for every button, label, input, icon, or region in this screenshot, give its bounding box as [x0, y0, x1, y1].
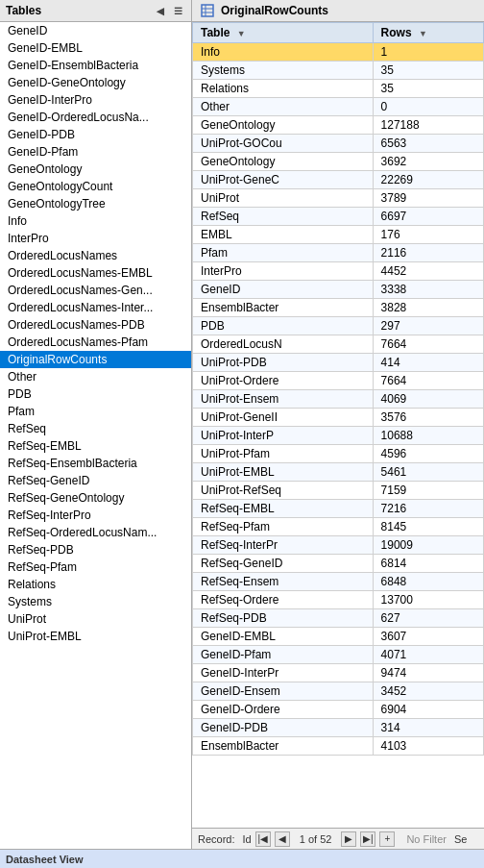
table-list-item[interactable]: Pfam [0, 403, 191, 420]
cell-rows: 8145 [373, 518, 483, 536]
table-row[interactable]: RefSeq-EMBL7216 [193, 500, 484, 518]
table-list-item[interactable]: RefSeq-EMBL [0, 437, 191, 455]
table-list-item[interactable]: Other [0, 368, 191, 385]
table-row[interactable]: UniProt-GeneC22269 [193, 171, 484, 189]
cell-table: GeneID-Pfam [193, 646, 374, 664]
table-list-item[interactable]: OrderedLocusNames-Gen... [0, 282, 191, 299]
table-row[interactable]: UniProt-Ensem4069 [193, 390, 484, 409]
nav-first-btn[interactable]: |◀ [255, 831, 271, 847]
table-row[interactable]: Systems35 [193, 62, 484, 80]
table-row[interactable]: GeneID-InterPr9474 [193, 664, 484, 682]
table-row[interactable]: OrderedLocusN7664 [193, 335, 484, 354]
nav-last-btn[interactable]: ▶| [360, 831, 375, 847]
cell-rows: 4596 [373, 445, 483, 463]
data-table-container[interactable]: Table ▼ Rows ▼ Info1Systems35Relations35… [192, 22, 484, 828]
cell-rows: 7664 [373, 372, 483, 390]
table-row[interactable]: Other0 [193, 98, 484, 116]
table-row[interactable]: GeneID-Ordere6904 [193, 701, 484, 719]
table-list-item[interactable]: RefSeq [0, 420, 191, 437]
nav-prev-btn[interactable]: ◀ [275, 831, 290, 847]
table-row[interactable]: UniProt-EMBL5461 [193, 463, 484, 482]
table-list-item[interactable]: GeneID-EnsemblBacteria [0, 57, 191, 74]
table-row[interactable]: UniProt-GeneII3576 [193, 409, 484, 427]
table-list-item[interactable]: RefSeq-Pfam [0, 558, 191, 576]
table-list-item[interactable]: UniProt-EMBL [0, 628, 191, 645]
table-list-item[interactable]: RefSeq-GeneID [0, 472, 191, 489]
table-list-item[interactable]: GeneOntologyTree [0, 195, 191, 212]
table-list-item[interactable]: GeneOntology [0, 161, 191, 178]
table-row[interactable]: InterPro4452 [193, 262, 484, 281]
table-list-item[interactable]: RefSeq-GeneOntology [0, 489, 191, 507]
table-row[interactable]: UniProt-RefSeq7159 [193, 482, 484, 500]
table-row[interactable]: GeneOntology3692 [193, 153, 484, 171]
table-row[interactable]: UniProt-InterP10688 [193, 427, 484, 445]
nav-new-btn[interactable]: + [379, 831, 395, 847]
cell-rows: 4069 [373, 390, 483, 409]
table-row[interactable]: RefSeq-Ensem6848 [193, 573, 484, 591]
table-list-item[interactable]: GeneID-PDB [0, 126, 191, 143]
table-list-item[interactable]: RefSeq-OrderedLocusNam... [0, 524, 191, 541]
table-row[interactable]: RefSeq-InterPr19009 [193, 536, 484, 555]
table-list-item[interactable]: GeneID-GeneOntology [0, 74, 191, 91]
col-header-rows[interactable]: Rows ▼ [373, 23, 483, 43]
table-row[interactable]: UniProt3789 [193, 189, 484, 208]
table-list-item[interactable]: OrderedLocusNames-Pfam [0, 334, 191, 351]
table-list-item[interactable]: Systems [0, 593, 191, 610]
table-list-item[interactable]: GeneID [0, 22, 191, 39]
cell-table: UniProt-GOCou [193, 135, 374, 153]
table-list-item[interactable]: GeneID-OrderedLocusNa... [0, 109, 191, 126]
table-list-item[interactable]: OrderedLocusNames-PDB [0, 316, 191, 334]
table-row[interactable]: EMBL176 [193, 226, 484, 244]
table-row[interactable]: Info1 [193, 43, 484, 62]
table-row[interactable]: UniProt-PDB414 [193, 354, 484, 372]
table-row[interactable]: GeneID-Ensem3452 [193, 682, 484, 701]
cell-rows: 414 [373, 354, 483, 372]
table-list-item[interactable]: OrderedLocusNames-EMBL [0, 264, 191, 282]
table-list-item[interactable]: PDB [0, 385, 191, 403]
table-row[interactable]: GeneID-Pfam4071 [193, 646, 484, 664]
table-list-item[interactable]: OrderedLocusNames-Inter... [0, 299, 191, 316]
table-row[interactable]: RefSeq-GeneID6814 [193, 555, 484, 573]
collapse-icon[interactable]: ◀ [153, 3, 168, 18]
table-row[interactable]: RefSeq6697 [193, 208, 484, 226]
table-list-item[interactable]: OrderedLocusNames [0, 247, 191, 264]
svg-rect-0 [202, 5, 213, 16]
record-nav: Record: Id |◀ ◀ 1 of 52 ▶ ▶| + No Filter… [198, 831, 467, 847]
table-row[interactable]: RefSeq-Ordere13700 [193, 591, 484, 609]
cell-rows: 5461 [373, 463, 483, 482]
table-list-item[interactable]: InterPro [0, 230, 191, 247]
table-list-item[interactable]: GeneID-EMBL [0, 39, 191, 57]
table-row[interactable]: Relations35 [193, 80, 484, 98]
table-row[interactable]: UniProt-Ordere7664 [193, 372, 484, 390]
table-row[interactable]: UniProt-GOCou6563 [193, 135, 484, 153]
table-list-item[interactable]: GeneID-Pfam [0, 143, 191, 161]
cell-rows: 13700 [373, 591, 483, 609]
table-row[interactable]: GeneID-EMBL3607 [193, 628, 484, 646]
table-row[interactable]: EnsemblBacter3828 [193, 299, 484, 317]
cell-table: GeneID-PDB [193, 719, 374, 737]
table-list-item[interactable]: RefSeq-PDB [0, 541, 191, 558]
table-row[interactable]: GeneID3338 [193, 281, 484, 299]
table-list-item[interactable]: UniProt [0, 610, 191, 628]
table-list-item[interactable]: Relations [0, 576, 191, 593]
table-list-item[interactable]: Info [0, 212, 191, 230]
table-row[interactable]: RefSeq-PDB627 [193, 609, 484, 628]
table-row[interactable]: RefSeq-Pfam8145 [193, 518, 484, 536]
table-row[interactable]: GeneOntology127188 [193, 116, 484, 135]
table-row[interactable]: Pfam2116 [193, 244, 484, 262]
table-list-item[interactable]: RefSeq-EnsemblBacteria [0, 455, 191, 472]
table-list-item[interactable]: GeneOntologyCount [0, 178, 191, 195]
search-label: Se [454, 833, 467, 845]
table-row[interactable]: PDB297 [193, 317, 484, 335]
table-row[interactable]: EnsemblBacter4103 [193, 737, 484, 756]
table-row[interactable]: GeneID-PDB314 [193, 719, 484, 737]
nav-next-btn[interactable]: ▶ [341, 831, 356, 847]
col-header-table[interactable]: Table ▼ [193, 23, 374, 43]
menu-icon[interactable]: ☰ [170, 3, 185, 18]
table-row[interactable]: UniProt-Pfam4596 [193, 445, 484, 463]
table-list-item[interactable]: RefSeq-InterPro [0, 507, 191, 524]
cell-table: GeneID-Ensem [193, 682, 374, 701]
cell-table: UniProt-PDB [193, 354, 374, 372]
table-list-item[interactable]: OriginalRowCounts [0, 351, 191, 368]
table-list-item[interactable]: GeneID-InterPro [0, 91, 191, 109]
